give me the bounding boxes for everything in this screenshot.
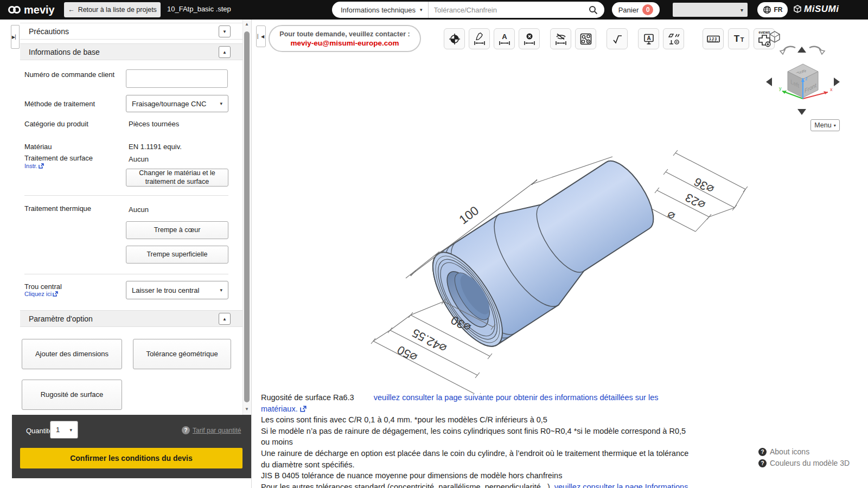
edit-dimension-button[interactable] xyxy=(469,28,490,49)
note-line-3: Si le modèle n’a pas de rainure de dégag… xyxy=(261,426,695,448)
category-label: Catégorie du produit xyxy=(24,120,88,129)
quantity-value: 1 xyxy=(56,426,60,434)
collapse-button[interactable]: ▲ xyxy=(219,46,231,58)
quantity-panel: Quantité 1 ▾ ? Tarif par quantité Confir… xyxy=(12,415,251,478)
delete-dimension-button[interactable] xyxy=(519,28,540,49)
material-value: EN 1.1191 equiv. xyxy=(129,143,182,151)
meviy-logo[interactable]: meviy xyxy=(8,0,55,20)
contact-email-link[interactable]: meviy-eu@misumi-europe.com xyxy=(291,39,399,47)
center-hole-label: Trou central xyxy=(24,282,62,291)
quantity-label: Quantité xyxy=(26,427,53,435)
collapse-button[interactable]: ▲ xyxy=(219,313,231,325)
surface-treatment-label: Traitement de surface xyxy=(24,154,93,163)
delete-dimension-icon xyxy=(523,33,536,46)
language-switch[interactable]: FR xyxy=(757,2,788,17)
external-link-icon xyxy=(53,291,58,297)
geometric-tolerance-button-toolbar[interactable] xyxy=(663,28,684,49)
material-label: Matériau xyxy=(24,143,52,151)
back-to-projects-button[interactable]: ← Retour à la liste de projets xyxy=(64,2,161,17)
cart-label: Panier xyxy=(618,6,639,14)
heat-treatment-label: Traitement thermique xyxy=(24,204,91,213)
datum-target-icon xyxy=(448,33,461,46)
cart-button[interactable]: Panier 0 xyxy=(612,2,660,17)
std-tolerance-text: Pour les autres tolérances standard (con… xyxy=(261,483,552,488)
pencil-dimension-icon xyxy=(473,33,486,46)
back-arrow-icon: ← xyxy=(68,6,75,14)
section-options[interactable]: Paramètre d'option ▲ xyxy=(20,310,244,327)
collapse-button[interactable]: ▼ xyxy=(219,25,231,37)
misumi-box-icon xyxy=(793,5,802,14)
contact-pill: Pour toute demande, veuillez contacter :… xyxy=(269,25,421,52)
divider xyxy=(24,195,228,196)
datum-target-button[interactable] xyxy=(444,28,465,49)
center-hole-link[interactable]: Cliquez ici xyxy=(24,291,58,297)
language-code: FR xyxy=(774,6,783,14)
text-size-button[interactable]: T T xyxy=(728,28,749,49)
divider xyxy=(24,274,228,274)
chevron-down-icon: ▾ xyxy=(220,101,222,106)
surface-finish-button[interactable] xyxy=(607,28,628,49)
processing-method-select[interactable]: Fraisage/tournage CNC ▾ xyxy=(126,95,228,112)
tariff-per-quantity-link[interactable]: ? Tarif par quantité xyxy=(182,426,241,434)
geometric-tolerance-button[interactable]: Tolérance géométrique xyxy=(133,339,231,369)
meviy-logo-icon xyxy=(8,5,22,15)
change-material-button[interactable]: Changer le matériau et le traitement de … xyxy=(126,169,228,187)
annotation-display-button[interactable]: A xyxy=(638,28,659,49)
tolerance-notes: Rugosité de surface Ra6.3 veuillez consu… xyxy=(261,392,695,488)
surface-roughness-button[interactable]: Rugosité de surface xyxy=(22,380,122,410)
section-precautions[interactable]: Précautions ▼ xyxy=(20,23,244,40)
quantity-select[interactable]: 1 ▾ xyxy=(50,421,78,439)
brand-text: meviy xyxy=(24,4,55,16)
misumi-text: MiSUMi xyxy=(804,4,839,15)
viewer-collapse-handle[interactable]: ▏◀ xyxy=(256,25,266,47)
isometric-view-icon[interactable] xyxy=(768,30,781,43)
add-dimensions-button[interactable]: Ajouter des dimensions xyxy=(22,339,122,369)
note-line-1: Rugosité de surface Ra6.3 veuillez consu… xyxy=(261,392,695,414)
letter-monitor-icon: A xyxy=(642,33,655,46)
hide-dimensions-button[interactable] xyxy=(550,28,571,49)
external-link-icon[interactable] xyxy=(300,406,307,412)
scrollbar-thumb[interactable] xyxy=(244,31,250,402)
center-hole-select[interactable]: Laisser le trou central ▾ xyxy=(126,281,228,299)
quench-core-button[interactable]: Trempe à cœur xyxy=(126,221,228,239)
dim-label-length: 100 xyxy=(456,203,481,227)
misumi-logo[interactable]: MiSUMi xyxy=(793,4,839,15)
search-category-select[interactable]: Informations techniques ▾ xyxy=(332,2,429,18)
3d-viewer-canvas[interactable]: ⌀36 ⌀23 ⌀ xyxy=(255,52,835,394)
note-line-5: JIS B 0405 tolérance de nuance moyenne p… xyxy=(261,470,695,481)
quench-surface-button[interactable]: Trempe superficielle xyxy=(126,246,228,264)
instructions-link[interactable]: Instr. xyxy=(24,163,44,169)
svg-text:T: T xyxy=(733,34,739,44)
cart-count-badge: 0 xyxy=(642,4,653,15)
measure-button[interactable]: 123 xyxy=(703,28,724,49)
scroll-up-arrow[interactable]: ▲ xyxy=(244,22,250,27)
sidebar-collapse-handle[interactable]: ▶▏ xyxy=(11,25,20,49)
svg-text:123: 123 xyxy=(709,36,717,40)
scroll-down-arrow[interactable]: ▼ xyxy=(244,407,250,412)
external-link-icon xyxy=(39,163,44,169)
search-bar: Informations techniques ▾ xyxy=(332,2,604,18)
search-icon[interactable] xyxy=(589,5,604,15)
question-icon: ? xyxy=(758,448,767,456)
chevron-down-icon: ▾ xyxy=(220,287,222,293)
model-colors-link[interactable]: ? Couleurs du modèle 3D xyxy=(758,459,850,467)
confirm-quote-button[interactable]: Confirmer les conditions du devis xyxy=(20,448,242,468)
question-icon: ? xyxy=(758,459,767,467)
meviy-app: meviy ← Retour à la liste de projets 10_… xyxy=(0,0,868,488)
section-title: Informations de base xyxy=(29,48,100,56)
order-number-label: Numéro de commande client xyxy=(24,70,119,79)
order-number-input[interactable] xyxy=(126,69,228,88)
section-title: Paramètre d'option xyxy=(29,314,93,323)
eye-slash-dimension-icon xyxy=(554,33,567,46)
svg-text:A: A xyxy=(647,35,650,41)
section-basic-info[interactable]: Informations de base ▲ xyxy=(20,43,244,60)
center-hole-value: Laisser le trou central xyxy=(132,286,199,294)
search-input[interactable] xyxy=(429,6,589,14)
auto-dimension-pattern-button[interactable] xyxy=(575,28,596,49)
center-hole-link-label: Cliquez ici xyxy=(24,291,52,297)
account-select[interactable]: ▾ xyxy=(673,3,748,17)
about-icons-link[interactable]: ? About icons xyxy=(758,447,809,456)
panel-divider xyxy=(251,20,252,488)
note-line-4: Une rainure de décharge en option est pl… xyxy=(261,448,695,470)
text-dimension-button[interactable]: A xyxy=(494,28,515,49)
